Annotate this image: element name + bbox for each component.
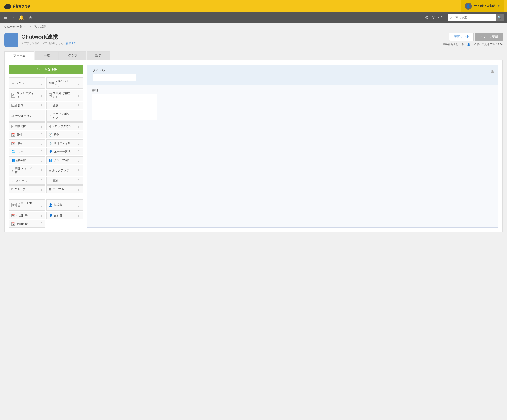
nav-left: ☰ ⌂ 🔔 ★ xyxy=(3,15,425,20)
drag-handle: ⋮⋮ xyxy=(73,124,80,128)
related-field-icon: ⊟ xyxy=(11,169,14,172)
field-item-border[interactable]: — 罫線 ⋮⋮ xyxy=(46,177,83,185)
created-field-icon: 📅 xyxy=(11,214,15,217)
field-item-text1[interactable]: ABC 文字列（1行） ⋮⋮ xyxy=(46,77,83,89)
breadcrumb-parent[interactable]: Chatwork連携 xyxy=(4,25,22,28)
field-item-date[interactable]: 📅 日付 ⋮⋮ xyxy=(9,131,45,139)
field-item-calc[interactable]: ⊞ 計算 ⋮⋮ xyxy=(46,102,83,109)
app-memo: ✎ アプリ管理者用メモはありません（作成する） xyxy=(21,42,443,45)
drag-handle: ⋮⋮ xyxy=(36,104,43,108)
drag-handle: ⋮⋮ xyxy=(73,187,80,191)
field-item-space[interactable]: ↔ スペース ⋮⋮ xyxy=(9,177,45,185)
tab-settings[interactable]: 設定 xyxy=(86,51,110,60)
link-field-icon: 🌐 xyxy=(11,150,15,154)
user-menu[interactable]: 👤 サイボウズ太郎 ▼ xyxy=(461,0,504,12)
tab-graph[interactable]: グラフ xyxy=(59,51,86,60)
drag-handle: ⋮⋮ xyxy=(36,213,43,217)
app-icon-inner: ☰ xyxy=(9,36,14,44)
field-item-lookup[interactable]: ⊟ ルックアップ ⋮⋮ xyxy=(46,165,83,176)
datetime-field-icon: 📅 xyxy=(11,141,15,145)
search-input[interactable] xyxy=(450,16,489,19)
cancel-button[interactable]: 変更を中止 xyxy=(449,33,473,41)
field-item-created[interactable]: 📅 作成日時 ⋮⋮ xyxy=(9,211,45,219)
field-item-group-sel[interactable]: 👥 グループ選択 ⋮⋮ xyxy=(46,156,83,164)
field-item-groupfield[interactable]: □ グループ ⋮⋮ xyxy=(9,185,45,193)
number-field-icon: 123 xyxy=(11,104,16,107)
logo: kintone xyxy=(3,3,461,9)
user-avatar-icon: 👤 xyxy=(465,3,472,10)
notification-icon[interactable]: 🔔 xyxy=(19,15,24,20)
home-icon[interactable]: ⌂ xyxy=(12,15,14,20)
field-item-recno[interactable]: 123 レコード番号 ⋮⋮ xyxy=(9,199,45,211)
tab-form[interactable]: フォーム xyxy=(4,51,34,60)
form-detail-textarea[interactable] xyxy=(92,94,157,120)
drag-handle: ⋮⋮ xyxy=(36,81,43,85)
field-item-multi[interactable]: ≡ 複数選択 ⋮⋮ xyxy=(9,122,45,130)
modified-field-icon: 📅 xyxy=(11,222,15,226)
field-item-time[interactable]: 🕐 時刻 ⋮⋮ xyxy=(46,131,83,139)
drag-handle: ⋮⋮ xyxy=(73,114,80,118)
last-update-avatar: 👤 xyxy=(467,43,470,46)
menu-icon[interactable]: ☰ xyxy=(3,15,7,20)
form-row-handle xyxy=(90,69,91,81)
logo-text: kintone xyxy=(13,3,30,9)
drag-handle: ⋮⋮ xyxy=(36,93,43,97)
drag-handle: ⋮⋮ xyxy=(73,158,80,162)
app-title-area: Chatwork連携 ✎ アプリ管理者用メモはありません（作成する） xyxy=(21,33,443,45)
form-title-field: タイトル xyxy=(93,69,493,81)
favorites-icon[interactable]: ★ xyxy=(28,15,32,20)
field-item-modified[interactable]: 📅 更新日時 ⋮⋮ xyxy=(9,220,45,228)
group-sel-field-icon: 👥 xyxy=(49,159,52,162)
action-buttons: 変更を中止 アプリを更新 xyxy=(449,33,503,41)
drag-handle: ⋮⋮ xyxy=(73,93,80,97)
textm-field-icon: ■ xyxy=(49,93,51,97)
header-top: kintone 👤 サイボウズ太郎 ▼ xyxy=(0,0,507,12)
form-title-input[interactable] xyxy=(93,74,136,81)
developer-icon[interactable]: </> xyxy=(438,15,444,20)
border-field-icon: — xyxy=(49,179,52,183)
drag-handle: ⋮⋮ xyxy=(36,203,43,207)
drag-handle: ⋮⋮ xyxy=(36,168,43,173)
field-item-check[interactable]: ☑ チェックボックス ⋮⋮ xyxy=(46,110,83,121)
tab-list[interactable]: 一覧 xyxy=(35,51,59,60)
drag-handle: ⋮⋮ xyxy=(36,124,43,128)
field-item-label[interactable]: 🏷 ラベル ⋮⋮ xyxy=(9,77,45,89)
field-item-related[interactable]: ⊟ 関連レコード一覧 ⋮⋮ xyxy=(9,165,45,176)
field-item-datetime[interactable]: 📅 日時 ⋮⋮ xyxy=(9,139,45,147)
help-icon[interactable]: ? xyxy=(432,15,435,20)
org-field-icon: 👥 xyxy=(11,159,15,162)
search-button[interactable]: 🔍 xyxy=(496,14,504,21)
field-item-table[interactable]: ⊞ テーブル ⋮⋮ xyxy=(46,185,83,193)
field-item-modifier[interactable]: 👤 更新者 ⋮⋮ xyxy=(46,211,83,219)
field-item-drop[interactable]: ≡ ドロップダウン ⋮⋮ xyxy=(46,122,83,130)
create-memo-link[interactable]: 作成する xyxy=(66,42,76,45)
label-field-icon: 🏷 xyxy=(11,81,14,85)
field-item-number[interactable]: 123 数値 ⋮⋮ xyxy=(9,102,45,109)
search-bar xyxy=(448,14,496,21)
field-item-rich[interactable]: A リッチエディター ⋮⋮ xyxy=(9,90,45,101)
update-button[interactable]: アプリを更新 xyxy=(475,33,503,41)
app-actions: 変更を中止 アプリを更新 最終更新者と日時： 👤 サイボウズ太郎 7/14 22… xyxy=(443,33,503,46)
breadcrumb-separator: > xyxy=(24,25,26,28)
field-item-user[interactable]: 👤 ユーザー選択 ⋮⋮ xyxy=(46,148,83,155)
field-item-org[interactable]: 👥 組織選択 ⋮⋮ xyxy=(9,156,45,164)
settings-icon[interactable]: ⚙ xyxy=(425,15,429,20)
drag-handle: ⋮⋮ xyxy=(36,114,43,118)
field-item-link[interactable]: 🌐 リンク ⋮⋮ xyxy=(9,148,45,155)
field-item-creator[interactable]: 👤 作成者 ⋮⋮ xyxy=(46,199,83,211)
field-item-attach[interactable]: 📎 添付ファイル ⋮⋮ xyxy=(46,139,83,147)
drag-handle: ⋮⋮ xyxy=(73,81,80,85)
drag-handle: ⋮⋮ xyxy=(73,213,80,217)
save-form-button[interactable]: フォームを保存 xyxy=(9,65,83,74)
field-item-radio[interactable]: ◎ ラジオボタン ⋮⋮ xyxy=(9,110,45,121)
user-field-icon: 👤 xyxy=(49,150,52,154)
breadcrumb: Chatwork連携 > アプリの設定 xyxy=(0,23,507,31)
user-name: サイボウズ太郎 xyxy=(474,4,495,8)
app-header: ☰ Chatwork連携 ✎ アプリ管理者用メモはありません（作成する） 変更を… xyxy=(0,31,507,51)
table-field-icon: ⊞ xyxy=(49,188,51,191)
groupfield-icon: □ xyxy=(11,188,13,191)
tabs: フォーム 一覧 グラフ 設定 xyxy=(0,51,507,60)
search-container: 🔍 xyxy=(448,14,504,21)
system-field-grid: 123 レコード番号 ⋮⋮ 👤 作成者 ⋮⋮ 📅 作成日時 ⋮⋮ 👤 更新者 ⋮… xyxy=(9,199,83,228)
field-item-textm[interactable]: ■ 文字列（複数行） ⋮⋮ xyxy=(46,90,83,101)
